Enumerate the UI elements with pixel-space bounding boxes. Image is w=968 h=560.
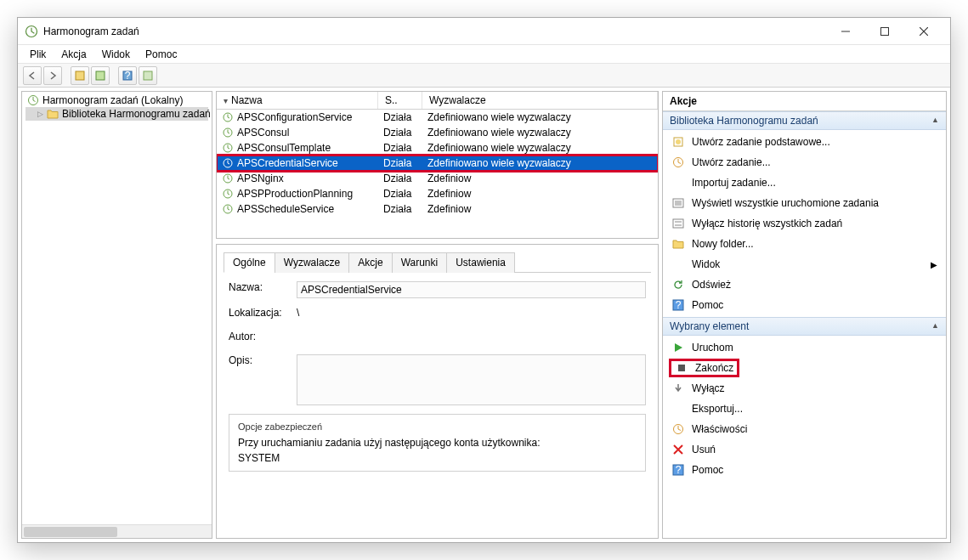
task-name: APSPProductionPlanning [237,188,353,200]
task-triggers: Zdefiniow [422,203,658,215]
action-run[interactable]: Uruchom [663,337,946,358]
tab-triggers[interactable]: Wyzwalacze [275,252,350,273]
col-header-triggers[interactable]: Wyzwalacze [422,92,658,109]
toolbar-btn-4[interactable] [139,66,157,85]
play-icon [671,341,685,354]
menu-help[interactable]: Pomoc [139,47,184,62]
tree-library[interactable]: ▷ Biblioteka Harmonogramu zadań [25,107,208,121]
clock-icon [222,142,234,154]
actions-section-library[interactable]: Biblioteka Harmonogramu zadań ▲ [663,111,946,130]
task-row[interactable]: APSPProductionPlanningDziałaZdefiniow [217,186,658,201]
action-new-folder[interactable]: Nowy folder... [663,234,946,254]
security-account: SYSTEM [238,452,637,464]
action-import[interactable]: Importuj zadanie... [663,173,946,193]
svg-rect-3 [96,71,105,80]
action-create[interactable]: Utwórz zadanie... [663,152,946,173]
task-name: APSNginx [237,173,284,184]
collapse-icon: ▲ [931,321,939,330]
label-name: Nazwa: [229,281,288,293]
action-export[interactable]: Eksportuj... [663,399,946,419]
maximize-button[interactable] [865,19,904,44]
action-disable-history[interactable]: Wyłącz historię wszystkich zadań [663,213,946,234]
submenu-arrow-icon: ▶ [931,260,937,269]
task-row[interactable]: APSNginxDziałaZdefiniow [217,171,658,186]
task-status: Działa [378,203,422,215]
expand-icon[interactable]: ▷ [37,110,43,118]
task-name: APSConsulTemplate [237,142,331,154]
tab-general[interactable]: Ogólne [224,252,275,273]
toolbar: ? [18,64,950,88]
tab-actions[interactable]: Akcje [348,252,392,273]
action-view[interactable]: Widok▶ [663,254,946,274]
toolbar-btn-2[interactable] [91,66,110,85]
clock-icon [222,203,234,215]
col-header-status[interactable]: S.. [378,92,422,109]
task-triggers: Zdefiniowano wiele wyzwalaczy [422,142,658,154]
task-details: Ogólne Wyzwalacze Akcje Warunki Ustawien… [216,244,659,539]
task-row[interactable]: APSCredentialServiceDziałaZdefiniowano w… [217,156,658,171]
col-header-name[interactable]: ▾Nazwa [217,92,378,109]
delete-icon [671,443,685,456]
action-disable[interactable]: Wyłącz [663,378,946,399]
window-title: Harmonogram zadań [43,25,826,37]
titlebar: Harmonogram zadań [18,18,950,45]
tree-root-label: Harmonogram zadań (Lokalny) [42,94,183,106]
tree-hscrollbar[interactable] [22,524,212,538]
task-name: APSConfigurationService [237,111,352,123]
menu-file[interactable]: Plik [23,47,53,62]
menu-action[interactable]: Akcja [54,47,93,62]
svg-rect-2 [76,71,84,80]
clock-icon [222,111,234,123]
svg-rect-1 [881,27,889,35]
toolbar-btn-1[interactable] [71,66,89,85]
task-triggers: Zdefiniowano wiele wyzwalaczy [422,157,658,169]
action-show-running[interactable]: Wyświetl wszystkie uruchomione zadania [663,193,946,213]
svg-text:?: ? [676,299,682,311]
nav-back-button[interactable] [23,66,42,85]
properties-icon [671,422,685,436]
actions-pane: Akcje Biblioteka Harmonogramu zadań ▲ Ut… [662,91,947,539]
action-help-1[interactable]: ?Pomoc [663,295,946,315]
action-help-2[interactable]: ?Pomoc [663,460,946,480]
center-pane: ▾Nazwa S.. Wyzwalacze APSConfigurationSe… [216,91,659,539]
toolbar-help-button[interactable]: ? [118,66,137,85]
value-author [297,331,646,346]
svg-text:?: ? [125,71,131,81]
list-icon [671,196,685,210]
clock-icon [222,157,234,169]
collapse-icon: ▲ [931,116,939,124]
svg-point-16 [676,139,681,144]
tree-root[interactable]: Harmonogram zadań (Lokalny) [25,93,208,107]
minimize-button[interactable] [826,19,865,44]
svg-rect-19 [673,219,683,228]
tab-settings[interactable]: Ustawienia [446,252,515,273]
value-name: APSCredentialService [297,281,646,298]
menu-view[interactable]: Widok [95,47,137,62]
nav-forward-button[interactable] [43,66,62,85]
label-description: Opis: [229,354,288,366]
action-end[interactable]: Zakończ [670,359,739,376]
actions-section-selected[interactable]: Wybrany element ▲ [663,317,946,336]
sort-indicator-icon: ▾ [224,96,228,105]
task-status: Działa [378,111,422,123]
task-name: APSScheduleService [237,203,334,215]
clock-icon [222,173,234,184]
task-status: Działa [378,157,422,169]
task-row[interactable]: APSConfigurationServiceDziałaZdefiniowan… [217,110,658,125]
action-refresh[interactable]: Odśwież [663,274,946,295]
svg-text:?: ? [676,464,682,476]
tab-conditions[interactable]: Warunki [392,252,448,273]
task-triggers: Zdefiniowano wiele wyzwalaczy [422,127,658,139]
task-triggers: Zdefiniow [422,188,658,200]
action-delete[interactable]: Usuń [663,439,946,460]
task-name: APSCredentialService [237,157,338,169]
task-row[interactable]: APSConsulTemplateDziałaZdefiniowano wiel… [217,140,658,156]
clock-icon [222,188,234,200]
close-button[interactable] [904,19,943,44]
task-row[interactable]: APSConsulDziałaZdefiniowano wiele wyzwal… [217,125,658,140]
refresh-icon [671,278,685,291]
task-row[interactable]: APSScheduleServiceDziałaZdefiniow [217,201,658,217]
tree-pane: Harmonogram zadań (Lokalny) ▷ Biblioteka… [21,91,212,539]
action-properties[interactable]: Właściwości [663,419,946,439]
action-create-basic[interactable]: Utwórz zadanie podstawowe... [663,132,946,152]
